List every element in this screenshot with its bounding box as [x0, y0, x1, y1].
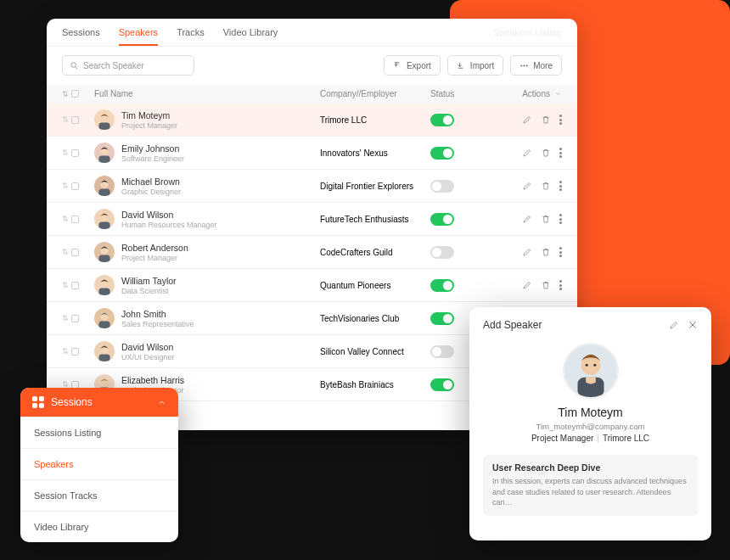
delete-icon[interactable] [541, 214, 551, 224]
import-button[interactable]: Import [447, 55, 503, 76]
sidebar-header[interactable]: Sessions [20, 388, 178, 417]
speaker-company: Innovators' Nexus [320, 148, 430, 158]
tab-sessions[interactable]: Sessions [62, 27, 100, 46]
speaker-role: Project Manager [121, 254, 188, 262]
speaker-role: Software Engineer [121, 154, 184, 163]
import-icon [457, 61, 466, 70]
sidebar-item-session-tracks[interactable]: Session Tracks [20, 479, 178, 511]
svg-rect-7 [98, 123, 110, 130]
table-row[interactable]: ⇅Emily JohnsonSoftware EngineerInnovator… [47, 137, 577, 170]
fullname-header[interactable]: Full Name [87, 89, 320, 98]
table-row[interactable]: ⇅Michael BrownGraphic DesignerDigital Fr… [47, 170, 577, 203]
row-menu-icon[interactable] [559, 214, 562, 224]
edit-icon[interactable] [522, 214, 532, 224]
row-menu-icon[interactable] [559, 247, 562, 257]
svg-rect-28 [98, 355, 110, 361]
row-checkbox[interactable]: ⇅ [62, 314, 87, 322]
status-toggle[interactable] [430, 279, 454, 292]
row-checkbox[interactable]: ⇅ [62, 215, 87, 223]
tab-video-library[interactable]: Video Library [223, 27, 278, 46]
delete-icon[interactable] [541, 247, 551, 257]
status-toggle[interactable] [430, 345, 454, 358]
row-menu-icon[interactable] [559, 115, 562, 125]
row-menu-icon[interactable] [559, 181, 562, 191]
select-all-column[interactable]: ⇅ [62, 90, 87, 98]
status-toggle[interactable] [430, 180, 454, 193]
chevron-up-icon [157, 398, 166, 407]
delete-icon[interactable] [541, 280, 551, 290]
add-speaker-header: Add Speaker [483, 319, 698, 331]
svg-point-36 [585, 364, 587, 367]
table-header: ⇅ Full Name Company//Employer Status Act… [47, 84, 577, 104]
chevron-down-icon[interactable] [554, 90, 562, 98]
status-toggle[interactable] [430, 246, 454, 259]
session-description: In this session, experts can discuss adv… [492, 476, 688, 508]
speaker-company: Silicon Valley Connect [320, 347, 430, 356]
row-checkbox[interactable]: ⇅ [62, 148, 87, 157]
row-checkbox[interactable]: ⇅ [62, 248, 87, 256]
avatar [94, 176, 115, 196]
row-checkbox[interactable]: ⇅ [62, 182, 87, 190]
speaker-role: Graphic Designer [121, 188, 181, 196]
export-button[interactable]: Export [384, 55, 441, 76]
session-card[interactable]: User Research Deep Dive In this session,… [483, 455, 698, 516]
avatar [94, 109, 115, 130]
edit-icon[interactable] [522, 247, 532, 257]
row-menu-icon[interactable] [559, 148, 562, 158]
svg-rect-19 [98, 255, 110, 262]
speaker-company: Digital Frontier Explorers [320, 182, 430, 191]
table-row[interactable]: ⇅Tim MoteymProject ManagerTrimore LLC [47, 104, 577, 137]
profile-name: Tim Moteym [483, 406, 698, 419]
breadcrumb-ghost: Speakers Listing [493, 27, 562, 46]
speaker-company: Trimore LLC [320, 115, 430, 125]
svg-rect-22 [98, 288, 110, 295]
edit-icon[interactable] [522, 181, 532, 191]
grid-icon [32, 396, 44, 408]
sidebar-item-speakers[interactable]: Speakers [20, 448, 178, 479]
table-row[interactable]: ⇅David WilsonHuman Resources ManagerFutu… [47, 203, 577, 236]
toolbar: Search Speaker Export Import More [47, 47, 577, 84]
search-input[interactable]: Search Speaker [62, 55, 194, 76]
import-label: Import [470, 61, 494, 70]
speaker-name: Emily Johnson [121, 143, 184, 154]
avatar [94, 341, 115, 361]
svg-point-4 [526, 64, 527, 65]
row-checkbox[interactable]: ⇅ [62, 347, 87, 356]
status-toggle[interactable] [430, 213, 454, 226]
close-icon[interactable] [688, 320, 698, 330]
speaker-role: Project Manager [121, 121, 177, 130]
more-button[interactable]: More [510, 55, 562, 76]
status-header[interactable]: Status [430, 89, 494, 98]
row-checkbox[interactable]: ⇅ [62, 281, 87, 289]
status-toggle[interactable] [430, 312, 454, 325]
speaker-company: ByteBash Brainiacs [320, 380, 430, 389]
edit-icon[interactable] [522, 148, 532, 158]
svg-point-2 [521, 64, 522, 65]
sidebar-item-sessions-listing[interactable]: Sessions Listing [20, 417, 178, 448]
speaker-role: Human Resources Manager [121, 221, 217, 229]
tab-tracks[interactable]: Tracks [177, 27, 205, 46]
table-row[interactable]: ⇅Robert AndersonProject ManagerCodeCraft… [47, 236, 577, 269]
speaker-company: TechVisionaries Club [320, 314, 430, 323]
edit-icon[interactable] [522, 115, 532, 125]
speaker-name: Tim Moteym [121, 110, 177, 120]
actions-header: Actions [494, 89, 562, 98]
row-checkbox[interactable]: ⇅ [62, 115, 87, 124]
status-toggle[interactable] [430, 147, 454, 160]
delete-icon[interactable] [541, 115, 551, 125]
profile-email: Tim_moteymh@company.com [483, 422, 698, 431]
table-row[interactable]: ⇅William TaylorData ScientistQuantum Pio… [47, 269, 577, 302]
company-header[interactable]: Company//Employer [320, 89, 430, 98]
row-menu-icon[interactable] [559, 280, 562, 290]
delete-icon[interactable] [541, 181, 551, 191]
status-toggle[interactable] [430, 114, 454, 126]
speaker-role: Sales Representative [121, 320, 194, 328]
edit-icon[interactable] [669, 320, 679, 330]
tab-speakers[interactable]: Speakers [119, 27, 158, 46]
status-toggle[interactable] [430, 378, 454, 391]
edit-icon[interactable] [522, 280, 532, 290]
export-label: Export [407, 61, 431, 70]
delete-icon[interactable] [541, 148, 551, 158]
sidebar-item-video-library[interactable]: Video Library [20, 511, 178, 542]
session-title: User Research Deep Dive [492, 462, 688, 473]
